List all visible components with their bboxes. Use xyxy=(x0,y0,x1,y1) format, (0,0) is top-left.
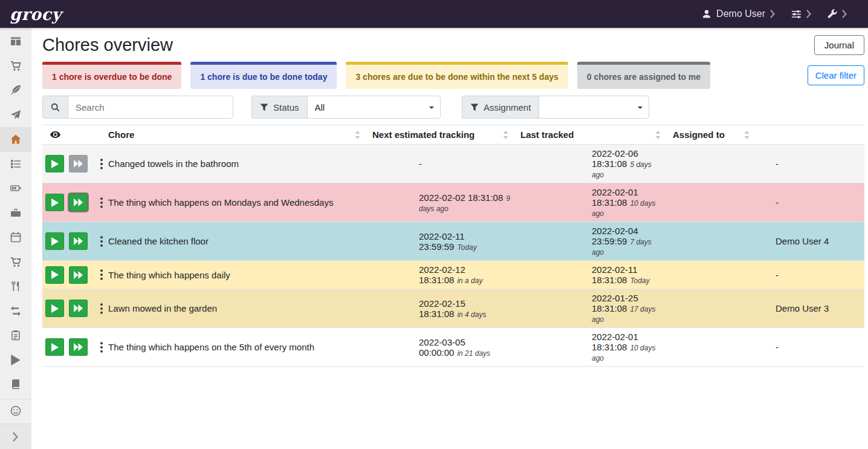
filter-bar: Status All Assignment xyxy=(42,96,864,119)
status-banners: 1 chore is overdue to be done 1 chore is… xyxy=(42,62,864,89)
last-tracked-cell: 2022-02-01 18:31:0810 days ago xyxy=(516,183,668,222)
skip-chore-button[interactable] xyxy=(69,155,88,172)
chore-name-cell: The thing which happens on the 5th of ev… xyxy=(106,328,368,367)
exchange-icon xyxy=(10,306,21,316)
chore-row: The thing which happens daily 2022-02-12… xyxy=(42,261,864,289)
chore-menu-button[interactable] xyxy=(96,266,107,284)
assignment-select[interactable] xyxy=(539,96,649,119)
ellipsis-v-icon xyxy=(100,197,103,208)
track-chore-button[interactable] xyxy=(45,155,64,172)
skip-chore-button[interactable] xyxy=(69,232,88,250)
journal-button[interactable]: Journal xyxy=(814,35,864,55)
grocy-logo[interactable]: grocy xyxy=(10,5,62,24)
chore-row: The thing which happens on the 5th of ev… xyxy=(42,328,864,367)
sidebar-collapse-toggle[interactable] xyxy=(0,424,31,449)
user-menu[interactable]: Demo User xyxy=(702,8,776,19)
banner-assigned-to-me[interactable]: 0 chores are assigned to me xyxy=(577,62,710,89)
sidebar-item-shopping-cart[interactable] xyxy=(0,54,31,79)
track-chore-button[interactable] xyxy=(45,300,64,317)
sidebar-item-paper-plane[interactable] xyxy=(0,103,31,128)
status-filter-label: Status xyxy=(251,96,307,119)
skip-chore-button[interactable] xyxy=(69,194,88,211)
sidebar-item-smile[interactable] xyxy=(0,399,31,424)
assigned-to-cell: Demo User 3 xyxy=(668,289,864,328)
track-chore-button[interactable] xyxy=(45,194,64,211)
chevron-right-icon xyxy=(842,10,847,18)
admin-menu[interactable] xyxy=(828,9,847,19)
sidebar-item-home[interactable] xyxy=(0,127,31,152)
home-icon xyxy=(10,134,21,145)
cart-plus-icon xyxy=(10,257,21,267)
banner-due-today[interactable]: 1 chore is due to be done today xyxy=(190,62,337,89)
banner-overdue[interactable]: 1 chore is overdue to be done xyxy=(42,62,181,89)
columns-icon xyxy=(10,36,21,47)
clear-filter-button[interactable]: Clear filter xyxy=(808,65,864,85)
last-tracked-cell: 2022-02-01 18:31:0810 days ago xyxy=(516,328,668,367)
sort-icon xyxy=(744,131,750,139)
assigned-to-cell: Demo User 4 xyxy=(668,222,864,261)
column-header-last-tracked[interactable]: Last tracked xyxy=(516,125,668,145)
sidebar-item-toolbox[interactable] xyxy=(0,201,31,226)
page-title: Chores overview xyxy=(42,35,173,55)
next-tracking-cell: 2022-03-05 00:00:00in 21 days xyxy=(368,328,516,367)
navbar-menu: Demo User xyxy=(702,8,847,19)
sort-icon xyxy=(355,131,360,139)
sidebar-item-clipboard-list[interactable] xyxy=(0,323,31,348)
chore-menu-button[interactable] xyxy=(96,194,107,211)
sidebar-item-cart-plus[interactable] xyxy=(0,250,31,275)
forward-icon xyxy=(74,343,83,351)
chore-menu-button[interactable] xyxy=(96,232,107,250)
play-icon xyxy=(51,270,59,279)
track-chore-button[interactable] xyxy=(45,338,64,356)
settings-menu[interactable] xyxy=(791,9,812,19)
column-header-chore[interactable]: Chore xyxy=(106,125,368,145)
play-icon xyxy=(51,198,59,207)
skip-chore-button[interactable] xyxy=(69,338,88,356)
paper-plane-icon xyxy=(10,110,21,120)
last-tracked-cell: 2022-02-11 18:31:08Today xyxy=(516,261,668,289)
wrench-icon xyxy=(828,9,837,19)
chore-name-cell: Cleaned the kitchen floor xyxy=(106,222,368,261)
track-chore-button[interactable] xyxy=(45,266,64,284)
chore-name-cell: Lawn mowed in the garden xyxy=(106,289,368,328)
banner-due-soon[interactable]: 3 chores are due to be done within the n… xyxy=(346,62,568,89)
sidebar-item-feather[interactable] xyxy=(0,78,31,103)
sidebar-item-play[interactable] xyxy=(0,348,31,373)
status-select[interactable]: All xyxy=(307,96,441,119)
forward-icon xyxy=(74,160,83,168)
forward-icon xyxy=(74,271,83,279)
sidebar-item-columns[interactable] xyxy=(0,29,31,54)
search-input[interactable] xyxy=(68,96,233,119)
ellipsis-v-icon xyxy=(100,269,103,280)
clipboard-list-icon xyxy=(10,330,21,341)
visibility-column-header[interactable] xyxy=(42,125,106,145)
column-header-assigned-to[interactable]: Assigned to xyxy=(668,125,864,145)
chevron-right-icon xyxy=(806,10,812,18)
filter-icon xyxy=(260,103,268,111)
sidebar-item-book[interactable] xyxy=(0,372,31,397)
next-tracking-cell: 2022-02-02 18:31:089 days ago xyxy=(368,183,516,222)
track-chore-button[interactable] xyxy=(45,232,64,250)
next-tracking-cell: 2022-02-12 18:31:08in a day xyxy=(368,261,516,289)
sliders-icon xyxy=(791,9,802,19)
column-header-next-tracking[interactable]: Next estimated tracking xyxy=(368,125,516,145)
sidebar-item-calendar[interactable] xyxy=(0,225,31,250)
sidebar-item-utensils[interactable] xyxy=(0,274,31,299)
skip-chore-button[interactable] xyxy=(69,266,88,284)
chore-menu-button[interactable] xyxy=(96,300,107,317)
chore-row: Lawn mowed in the garden 2022-02-15 18:3… xyxy=(42,289,864,328)
chevron-right-icon xyxy=(13,432,19,442)
skip-chore-button[interactable] xyxy=(69,300,88,317)
ellipsis-v-icon xyxy=(100,236,103,247)
chore-menu-button[interactable] xyxy=(96,155,107,172)
chore-row: Changed towels in the bathroom - 2022-02… xyxy=(42,145,864,183)
chore-name-cell: Changed towels in the bathroom xyxy=(106,145,368,183)
sidebar-item-tasks[interactable] xyxy=(0,152,31,177)
sidebar-item-exchange[interactable] xyxy=(0,299,31,324)
ellipsis-v-icon xyxy=(100,159,103,169)
shopping-cart-icon xyxy=(10,61,21,71)
filter-icon xyxy=(470,103,479,111)
sidebar-item-battery[interactable] xyxy=(0,176,31,201)
chore-menu-button[interactable] xyxy=(96,338,107,356)
forward-icon xyxy=(74,237,83,245)
